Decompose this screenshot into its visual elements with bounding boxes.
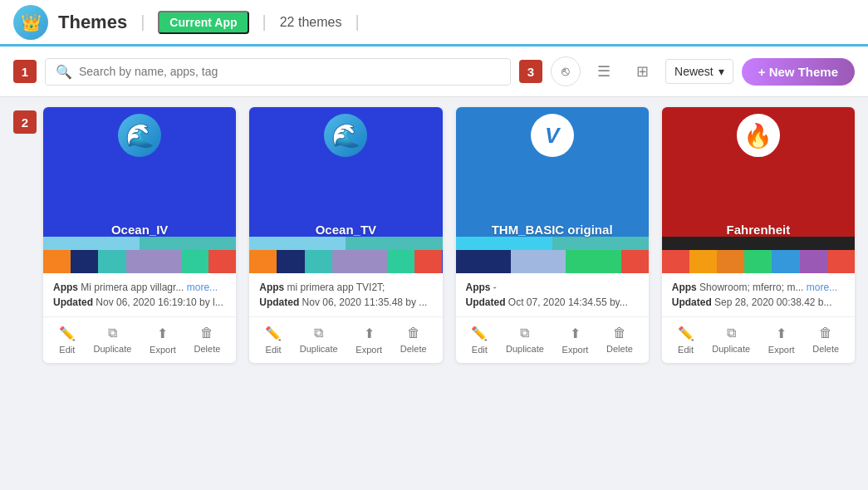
export-label: Export — [768, 345, 795, 355]
step2-badge: 2 — [13, 110, 37, 134]
color-strip-top-thm-basic — [456, 237, 649, 250]
list-view-icon: ☰ — [597, 62, 611, 81]
delete-button-ocean-tv[interactable]: 🗑Delete — [400, 326, 427, 355]
duplicate-label: Duplicate — [506, 344, 544, 354]
theme-icon-thm-basic: V — [531, 114, 574, 157]
delete-icon: 🗑 — [613, 326, 626, 341]
duplicate-label: Duplicate — [300, 344, 338, 354]
theme-icon-fahrenheit: 🔥 — [737, 114, 780, 157]
theme-info-ocean-tv: Apps mi primera app TVI2T;Updated Nov 06… — [249, 273, 442, 316]
edit-button-ocean-tv[interactable]: ✏️Edit — [265, 326, 282, 355]
edit-label: Edit — [472, 345, 488, 355]
page-title: Themes — [58, 12, 127, 33]
theme-info-thm-basic: Apps -Updated Oct 07, 2020 14:34.55 by..… — [456, 273, 649, 316]
apps-line-ocean-iv: Apps Mi primera app villagr... more... — [53, 282, 226, 293]
theme-name-fahrenheit: Fahrenheit — [662, 223, 855, 237]
updated-line-ocean-iv: Updated Nov 06, 2020 16:19:10 by l... — [53, 296, 226, 308]
theme-icon-ocean-iv: 🌊 — [118, 114, 161, 157]
themes-count: 22 themes — [280, 15, 342, 30]
edit-label: Edit — [678, 345, 694, 355]
export-button-ocean-tv[interactable]: ⬆Export — [356, 326, 382, 355]
duplicate-button-fahrenheit[interactable]: ⧉Duplicate — [712, 326, 750, 355]
delete-icon: 🗑 — [407, 326, 420, 341]
updated-line-thm-basic: Updated Oct 07, 2020 14:34.55 by... — [466, 296, 639, 308]
duplicate-icon: ⧉ — [108, 326, 117, 341]
search-input[interactable] — [79, 65, 500, 78]
theme-card-ocean-iv: 🌊Ocean_IVApps Mi primera app villagr... … — [43, 107, 236, 363]
edit-label: Edit — [266, 345, 282, 355]
new-theme-button[interactable]: + New Theme — [742, 58, 855, 86]
delete-icon: 🗑 — [819, 326, 832, 341]
duplicate-label: Duplicate — [94, 344, 132, 354]
theme-actions-ocean-iv: ✏️Edit⧉Duplicate⬆Export🗑Delete — [43, 316, 236, 363]
theme-preview-thm-basic: VTHM_BASIC original — [456, 107, 649, 273]
delete-button-fahrenheit[interactable]: 🗑Delete — [812, 326, 839, 355]
updated-line-fahrenheit: Updated Sep 28, 2020 00:38.42 b... — [672, 296, 845, 308]
theme-card-ocean-tv: 🌊Ocean_TVApps mi primera app TVI2T;Updat… — [249, 107, 442, 363]
more-link-fahrenheit[interactable]: more... — [807, 282, 837, 293]
duplicate-icon: ⧉ — [727, 326, 736, 341]
app-logo: 👑 — [13, 5, 48, 40]
export-label: Export — [562, 345, 589, 355]
duplicate-button-thm-basic[interactable]: ⧉Duplicate — [506, 326, 544, 355]
delete-button-ocean-iv[interactable]: 🗑Delete — [194, 326, 221, 355]
search-container: 🔍 — [45, 58, 511, 86]
search-icon: 🔍 — [56, 64, 72, 80]
export-button-ocean-iv[interactable]: ⬆Export — [150, 326, 176, 355]
export-icon: ⬆ — [776, 326, 787, 341]
color-strip-thm-basic — [456, 250, 649, 273]
theme-icon-ocean-tv: 🌊 — [324, 114, 367, 157]
edit-icon: ✏️ — [678, 326, 694, 341]
duplicate-button-ocean-iv[interactable]: ⧉Duplicate — [94, 326, 132, 355]
delete-label: Delete — [812, 344, 839, 354]
export-icon: ⎋ — [562, 64, 570, 79]
edit-button-thm-basic[interactable]: ✏️Edit — [471, 326, 488, 355]
delete-icon: 🗑 — [200, 326, 213, 341]
delete-label: Delete — [194, 344, 221, 354]
duplicate-icon: ⧉ — [520, 326, 529, 341]
step3-badge: 3 — [519, 60, 542, 83]
app-header: 👑 Themes | Current App | 22 themes | — [0, 0, 868, 47]
export-icon: ⬆ — [364, 326, 375, 341]
delete-label: Delete — [400, 344, 427, 354]
apps-line-fahrenheit: Apps Showroom; mferro; m... more... — [672, 282, 845, 293]
logo-icon: 👑 — [21, 12, 42, 32]
export-label: Export — [150, 345, 176, 355]
theme-card-thm-basic: VTHM_BASIC originalApps -Updated Oct 07,… — [456, 107, 649, 363]
color-strip-ocean-tv — [249, 250, 442, 273]
separator-3: | — [355, 12, 359, 32]
export-label: Export — [356, 345, 382, 355]
view-list-button[interactable]: ☰ — [589, 56, 619, 86]
color-strip-top-ocean-iv — [43, 237, 236, 250]
step1-badge: 1 — [13, 60, 37, 83]
view-grid-button[interactable]: ⊞ — [627, 56, 657, 86]
separator-2: | — [262, 12, 267, 32]
delete-button-thm-basic[interactable]: 🗑Delete — [606, 326, 633, 355]
edit-button-fahrenheit[interactable]: ✏️Edit — [678, 326, 694, 355]
separator-1: | — [140, 12, 145, 32]
edit-icon: ✏️ — [59, 326, 76, 341]
export-button-thm-basic[interactable]: ⬆Export — [562, 326, 589, 355]
theme-actions-fahrenheit: ✏️Edit⧉Duplicate⬆Export🗑Delete — [662, 316, 855, 363]
theme-name-thm-basic: THM_BASIC original — [456, 223, 649, 237]
apps-line-thm-basic: Apps - — [466, 282, 639, 293]
theme-preview-ocean-tv: 🌊Ocean_TV — [249, 107, 442, 273]
theme-card-fahrenheit: 🔥FahrenheitApps Showroom; mferro; m... m… — [662, 107, 855, 363]
current-app-button[interactable]: Current App — [158, 11, 248, 34]
theme-actions-thm-basic: ✏️Edit⧉Duplicate⬆Export🗑Delete — [456, 316, 649, 363]
duplicate-button-ocean-tv[interactable]: ⧉Duplicate — [300, 326, 338, 355]
more-link-ocean-iv[interactable]: more... — [187, 282, 218, 293]
color-strip-top-ocean-tv — [249, 237, 442, 250]
theme-preview-fahrenheit: 🔥Fahrenheit — [662, 107, 855, 273]
content-area: 2 🌊Ocean_IVApps Mi primera app villagr..… — [0, 97, 868, 373]
duplicate-icon: ⧉ — [314, 326, 323, 341]
edit-button-ocean-iv[interactable]: ✏️Edit — [59, 326, 76, 355]
export-button-fahrenheit[interactable]: ⬆Export — [768, 326, 795, 355]
edit-label: Edit — [59, 345, 75, 355]
edit-icon: ✏️ — [471, 326, 488, 341]
chevron-down-icon: ▾ — [718, 65, 724, 78]
sort-dropdown[interactable]: Newest ▾ — [665, 59, 733, 84]
color-strip-ocean-iv — [43, 250, 236, 273]
theme-actions-ocean-tv: ✏️Edit⧉Duplicate⬆Export🗑Delete — [249, 316, 442, 363]
export-icon-button[interactable]: ⎋ — [551, 56, 581, 86]
